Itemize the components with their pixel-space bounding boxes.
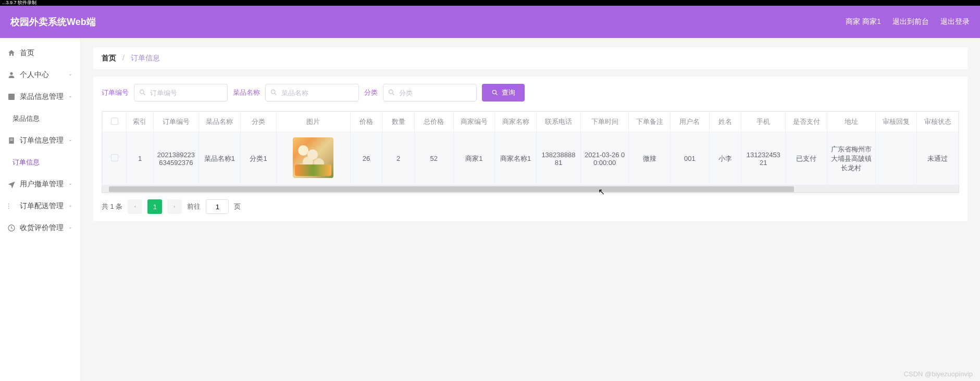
sidebar-item-label: 订单配送管理 <box>20 201 64 211</box>
cell-address: 广东省梅州市大埔县高陂镇长龙村 <box>827 132 875 185</box>
label-category: 分类 <box>364 88 378 97</box>
settings-icon <box>7 202 16 210</box>
sidebar: 首页 个人中心 菜品信息管理 菜品信息 订单信息管理 订单信息 用户撤单管理 订… <box>0 38 81 381</box>
chevron-right-icon <box>172 204 177 209</box>
table-row[interactable]: 1 2021389223634592376 菜品名称1 分类1 26 2 52 … <box>103 132 959 185</box>
sidebar-item-label: 订单信息管理 <box>20 136 64 145</box>
svg-rect-5 <box>8 204 9 204</box>
search-button[interactable]: 查询 <box>482 84 525 101</box>
pager-goto-label: 前往 <box>187 202 201 211</box>
svg-point-11 <box>389 90 393 94</box>
cell-name: 小李 <box>709 132 741 185</box>
category-input[interactable] <box>383 84 477 101</box>
search-icon <box>388 88 395 96</box>
header-checkbox[interactable] <box>103 112 127 132</box>
chevron-down-icon <box>68 204 73 209</box>
pager-next-button[interactable] <box>167 199 182 214</box>
sidebar-sub-order-info[interactable]: 订单信息 <box>0 151 80 173</box>
pager-goto-suffix: 页 <box>234 202 241 211</box>
cell-index: 1 <box>127 132 153 185</box>
cell-username: 001 <box>671 132 710 185</box>
table-header-row: 索引 订单编号 菜品名称 分类 图片 价格 数量 总价格 商家编号 商家名称 联… <box>103 112 959 132</box>
col-mobile: 手机 <box>741 112 786 132</box>
sidebar-item-review-mgmt[interactable]: 收货评价管理 <box>0 217 80 239</box>
chevron-down-icon <box>68 182 73 187</box>
sidebar-item-cancel-mgmt[interactable]: 用户撤单管理 <box>0 173 80 195</box>
svg-rect-3 <box>10 139 13 139</box>
svg-point-0 <box>10 72 13 75</box>
cell-dish: 菜品名称1 <box>199 132 241 185</box>
exit-front-link[interactable]: 退出到前台 <box>892 17 929 27</box>
svg-rect-1 <box>8 94 15 100</box>
user-label[interactable]: 商家 商家1 <box>846 17 881 27</box>
sidebar-item-label: 个人中心 <box>20 70 49 80</box>
main-content: 首页 / 订单信息 订单编号 菜品名称 分类 <box>81 38 980 381</box>
col-time: 下单时间 <box>580 112 629 132</box>
list-icon <box>7 136 16 145</box>
pager-goto-input[interactable] <box>206 199 229 214</box>
content-panel: 订单编号 菜品名称 分类 查询 <box>93 77 967 221</box>
breadcrumb-home[interactable]: 首页 <box>102 54 116 62</box>
pagination: 共 1 条 1 前往 页 <box>102 199 959 214</box>
dish-name-input[interactable] <box>265 84 359 101</box>
scrollbar-thumb[interactable] <box>109 186 794 192</box>
logout-link[interactable]: 退出登录 <box>940 17 970 27</box>
chart-icon <box>7 93 16 101</box>
sidebar-item-personal[interactable]: 个人中心 <box>0 64 80 86</box>
cell-merchant-no: 商家1 <box>453 132 495 185</box>
col-name: 姓名 <box>709 112 741 132</box>
col-order-no: 订单编号 <box>153 112 199 132</box>
dish-thumbnail[interactable] <box>293 137 333 178</box>
svg-point-9 <box>140 90 144 94</box>
sidebar-sub-dish-info[interactable]: 菜品信息 <box>0 108 80 130</box>
cell-mobile: 13123245321 <box>741 132 786 185</box>
sidebar-item-label: 菜品信息管理 <box>20 92 64 101</box>
col-status: 审核状态 <box>917 112 959 132</box>
order-table: 索引 订单编号 菜品名称 分类 图片 价格 数量 总价格 商家编号 商家名称 联… <box>102 111 959 186</box>
search-button-label: 查询 <box>502 88 515 97</box>
sidebar-item-label: 收货评价管理 <box>20 223 64 233</box>
horizontal-scrollbar[interactable] <box>102 186 959 193</box>
label-order-no: 订单编号 <box>102 88 129 97</box>
cell-image[interactable] <box>277 132 350 185</box>
cell-remark: 微辣 <box>629 132 671 185</box>
sidebar-item-label: 用户撤单管理 <box>20 180 64 189</box>
sidebar-item-delivery-mgmt[interactable]: 订单配送管理 <box>0 195 80 217</box>
watermark: CSDN @biyezuopinvip <box>904 370 973 378</box>
col-phone: 联系电话 <box>537 112 581 132</box>
svg-point-12 <box>492 90 496 94</box>
search-bar: 订单编号 菜品名称 分类 查询 <box>102 84 959 101</box>
breadcrumb: 首页 / 订单信息 <box>93 47 967 69</box>
label-dish-name: 菜品名称 <box>233 88 260 97</box>
app-title: 校园外卖系统Web端 <box>10 16 96 28</box>
svg-rect-7 <box>8 208 9 208</box>
pager-total: 共 1 条 <box>102 202 122 211</box>
col-merchant-name: 商家名称 <box>495 112 537 132</box>
cell-reply <box>875 132 917 185</box>
chevron-down-icon <box>68 225 73 231</box>
pager-current[interactable]: 1 <box>147 199 162 214</box>
row-checkbox[interactable] <box>103 132 127 185</box>
svg-rect-6 <box>8 206 9 206</box>
clock-icon <box>7 224 16 232</box>
cell-category: 分类1 <box>240 132 276 185</box>
col-index: 索引 <box>127 112 153 132</box>
sidebar-item-home[interactable]: 首页 <box>0 42 80 64</box>
sidebar-item-dish-mgmt[interactable]: 菜品信息管理 <box>0 86 80 108</box>
search-icon <box>270 88 278 96</box>
breadcrumb-sep: / <box>122 54 125 62</box>
sidebar-item-label: 首页 <box>20 48 34 58</box>
pager-prev-button[interactable] <box>128 199 142 214</box>
cell-status: 未通过 <box>917 132 959 185</box>
send-icon <box>7 180 16 188</box>
sidebar-item-order-mgmt[interactable]: 订单信息管理 <box>0 130 80 151</box>
chevron-down-icon <box>68 138 73 143</box>
col-username: 用户名 <box>671 112 710 132</box>
col-address: 地址 <box>827 112 875 132</box>
user-icon <box>7 71 16 79</box>
cell-merchant-name: 商家名称1 <box>495 132 537 185</box>
col-total: 总价格 <box>415 112 454 132</box>
col-qty: 数量 <box>382 112 415 132</box>
order-no-input[interactable] <box>134 84 228 101</box>
search-icon <box>139 88 146 96</box>
